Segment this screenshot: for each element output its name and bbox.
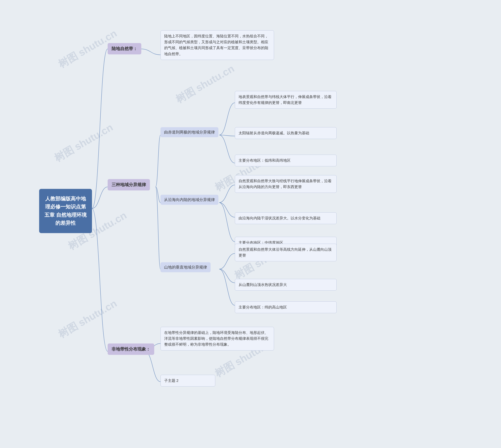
l3-mtn2: 从山麓到山顶水热状况差异大 [235,279,337,291]
watermark-3: 树图 shutu.cn [52,120,115,165]
l3-coast2: 由沿海向内陆干湿状况差异大。以水分变化为基础 [235,212,337,224]
l3-lat3: 主要分布地区：低纬和高纬地区 [235,155,337,166]
l3-coast1: 自然景观和自然带大致与经线平行地伸展成条带状，沿着从沿海向内陆的方向更替，即东西… [235,175,337,193]
watermark-2: 树图 shutu.cn [173,62,237,106]
l3-lat2: 太阳辐射从赤道向两极递减。以热量为基础 [235,127,337,139]
l1-three-label: 三种地域分异规律 [111,182,146,187]
root-node: 人教部编版高中地理必修一知识点第五章 自然地理环境的差异性 [39,189,92,233]
l3-non-desc: 在地带性分异规律的基础上，陆地环境受海陆分布、地形起伏、洋流等非地带性因素影响，… [160,327,274,351]
mind-map: 树图 shutu.cn 树图 shutu.cn 树图 shutu.cn 树图 s… [35,19,466,430]
l2-coast-node: 从沿海向内陆的地域分异规律 [160,195,219,205]
l2-mountain-label: 山地的垂直地域分异规律 [164,265,207,269]
l1-three-node: 三种地域分异规律 [108,179,150,191]
l3-lat3-text: 主要分布地区：低纬和高纬地区 [238,158,291,162]
l3-coast1-text: 自然景观和自然带大致与经线平行地伸展成条带状，沿着从沿海向内陆的方向更替，即东西… [238,179,331,189]
l3-non-desc-text: 在地带性分异规律的基础上，陆地环境受海陆分布、地形起伏、洋流等非地带性因素影响，… [164,331,268,347]
l2-latitude-node: 由赤道到两极的地域分异规律 [160,127,219,137]
l3-non-sub-text: 子主题 2 [164,379,178,383]
watermark-7: 树图 shutu.cn [56,297,119,341]
root-label: 人教部编版高中地理必修一知识点第五章 自然地理环境的差异性 [45,196,87,226]
l2-coast-label: 从沿海向内陆的地域分异规律 [164,197,215,202]
l3-land-desc: 陆地上不同地区，因纬度位置、海陆位置不同，水热组合不同，形成不同的气候类型，又形… [160,30,274,60]
l1-land-node: 陆地自然带： [108,43,141,54]
l3-mtn1: 自然景观和自然带大体沿等高线方向延伸，从山麓向山顶更替 [235,244,337,261]
l3-lat1-text: 地表景观和自然带与纬线大体平行，伸展成条带状，沿着纬度变化作有规律的更替，即南北… [238,95,331,105]
l3-mtn3-text: 主要分布地区：纬的高山地区 [238,305,287,309]
l3-mtn3: 主要分布地区：纬的高山地区 [235,301,337,313]
l3-land-desc-text: 陆地上不同地区，因纬度位置、海陆位置不同，水热组合不同，形成不同的气候类型，又形… [164,34,268,56]
l2-mountain-node: 山地的垂直地域分异规律 [160,262,211,272]
l3-lat1: 地表景观和自然带与纬线大体平行，伸展成条带状，沿着纬度变化作有规律的更替，即南北… [235,91,337,109]
l1-non-node: 非地带性分布现象： [108,343,154,355]
l2-latitude-label: 由赤道到两极的地域分异规律 [164,130,215,134]
l1-non-label: 非地带性分布现象： [111,347,150,352]
l3-mtn1-text: 自然景观和自然带大体沿等高线方向延伸，从山麓向山顶更替 [238,247,331,257]
l3-mtn2-text: 从山麓到山顶水热状况差异大 [238,283,287,287]
l1-land-label: 陆地自然带： [111,46,137,51]
l3-non-sub: 子主题 2 [160,375,215,386]
l3-lat2-text: 太阳辐射从赤道向两极递减。以热量为基础 [238,131,309,135]
l3-coast2-text: 由沿海向内陆干湿状况差异大。以水分变化为基础 [238,216,320,220]
